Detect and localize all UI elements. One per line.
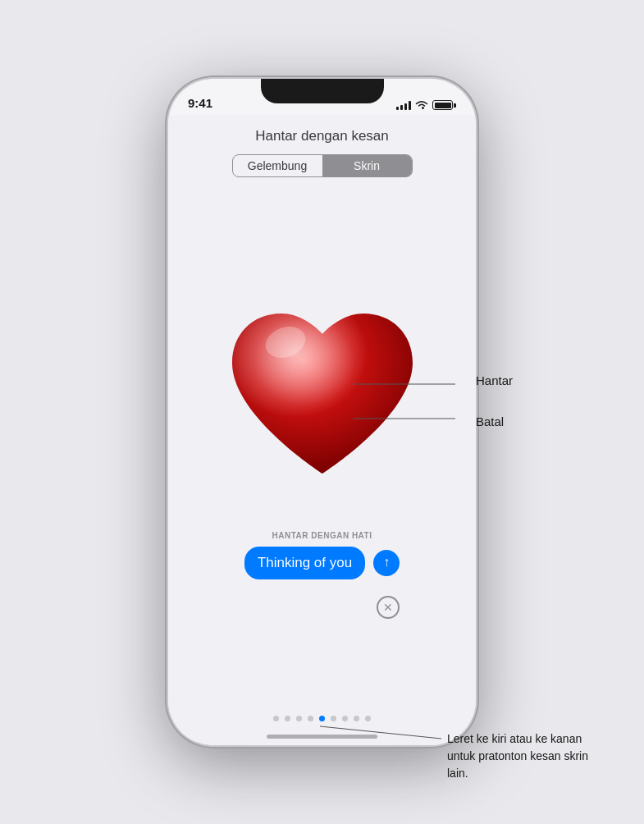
screen-title: Hantar dengan kesan <box>232 128 413 144</box>
page-indicator <box>273 716 371 721</box>
message-action-area: Thinking of you ↑ ✕ <box>244 547 400 619</box>
close-icon: ✕ <box>383 602 393 613</box>
send-effect-label: HANTAR DENGAN HATI <box>272 531 372 540</box>
status-icons <box>396 100 456 110</box>
signal-icon <box>396 101 411 110</box>
bubble-row: Thinking of you ↑ <box>244 547 400 579</box>
annotation-batal: Batal <box>476 414 504 428</box>
status-time: 9:41 <box>188 96 212 110</box>
home-indicator <box>267 735 377 739</box>
phone-frame: 9:41 <box>168 79 476 745</box>
dot-6 <box>331 716 336 721</box>
battery-icon <box>432 100 456 110</box>
dot-1 <box>273 716 279 721</box>
dot-4 <box>308 716 313 721</box>
dot-3 <box>296 716 302 721</box>
notch <box>261 79 384 103</box>
segmented-control[interactable]: Gelembung Skrin <box>232 154 413 177</box>
send-button[interactable]: ↑ <box>373 550 400 576</box>
heart-effect-icon <box>208 285 437 515</box>
dot-2 <box>285 716 290 721</box>
message-bubble: Thinking of you <box>244 547 365 579</box>
dot-5-active <box>319 716 325 721</box>
screen-content: Hantar dengan kesan Gelembung Skrin <box>168 115 476 745</box>
wifi-icon <box>415 100 428 110</box>
send-arrow-icon: ↑ <box>383 556 390 569</box>
cancel-button[interactable]: ✕ <box>377 596 400 619</box>
annotation-hantar: Hantar <box>476 373 513 387</box>
dot-8 <box>354 716 359 721</box>
screen-header: Hantar dengan kesan Gelembung Skrin <box>232 115 413 187</box>
tab-skrin[interactable]: Skrin <box>322 155 412 176</box>
dot-9 <box>365 716 371 721</box>
scene: 9:41 <box>0 0 644 824</box>
effect-preview-area: HANTAR DENGAN HATI Thinking of you ↑ ✕ <box>168 187 476 716</box>
dot-7 <box>342 716 348 721</box>
tab-gelembung[interactable]: Gelembung <box>233 155 322 176</box>
annotation-leret: Leret ke kiri atau ke kanan untuk praton… <box>447 730 611 782</box>
